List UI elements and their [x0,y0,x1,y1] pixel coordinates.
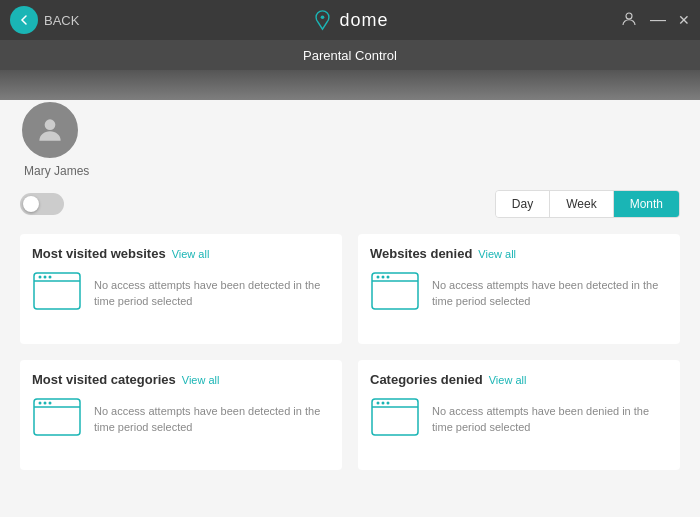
sections-grid: Most visited websites View all No access… [20,234,680,470]
categories-denied-section: Categories denied View all No access att… [358,360,680,470]
section-content: No access attempts have been detected in… [32,271,330,315]
svg-rect-8 [372,273,418,309]
profile-section: Mary James [20,120,680,178]
section-title: Websites denied [370,246,472,261]
section-content: No access attempts have been denied in t… [370,397,668,441]
profile-name: Mary James [24,164,89,178]
window-controls: — ✕ [620,10,690,31]
logo: dome [311,9,388,31]
view-all-categories[interactable]: View all [182,374,220,386]
svg-point-7 [49,276,52,279]
toggle-track [20,193,64,215]
svg-point-20 [377,402,380,405]
back-label: BACK [44,13,79,28]
avatar [20,100,80,160]
svg-point-5 [39,276,42,279]
toggle-wrapper[interactable] [20,193,64,215]
no-access-text: No access attempts have been detected in… [94,403,330,436]
no-access-text: No access attempts have been denied in t… [432,403,668,436]
section-content: No access attempts have been detected in… [370,271,668,315]
svg-point-16 [44,402,47,405]
svg-point-6 [44,276,47,279]
day-button[interactable]: Day [496,191,550,217]
back-button[interactable] [10,6,38,34]
browser-icon [32,397,82,441]
user-icon[interactable] [620,10,638,31]
svg-rect-3 [34,273,80,309]
svg-rect-18 [372,399,418,435]
svg-point-12 [387,276,390,279]
page-title: Parental Control [303,48,397,63]
title-bar: BACK dome — ✕ [0,0,700,40]
month-button[interactable]: Month [614,191,679,217]
browser-icon [370,397,420,441]
section-header: Most visited websites View all [32,246,330,261]
svg-point-22 [387,402,390,405]
banner [0,70,700,120]
time-period-buttons: Day Week Month [495,190,680,218]
view-all-categories-denied[interactable]: View all [489,374,527,386]
websites-denied-section: Websites denied View all No access attem… [358,234,680,344]
browser-icon [32,271,82,315]
svg-point-21 [382,402,385,405]
svg-point-2 [45,119,56,130]
section-title: Most visited websites [32,246,166,261]
svg-point-0 [321,15,325,19]
section-header: Categories denied View all [370,372,668,387]
week-button[interactable]: Week [550,191,613,217]
view-all-websites[interactable]: View all [172,248,210,260]
svg-point-15 [39,402,42,405]
section-title: Most visited categories [32,372,176,387]
content: Mary James Day Week Month Most visited w… [0,120,700,470]
most-visited-websites-section: Most visited websites View all No access… [20,234,342,344]
view-all-denied[interactable]: View all [478,248,516,260]
most-visited-categories-section: Most visited categories View all No acce… [20,360,342,470]
section-content: No access attempts have been detected in… [32,397,330,441]
section-title: Categories denied [370,372,483,387]
no-access-text: No access attempts have been detected in… [432,277,668,310]
close-button[interactable]: ✕ [678,12,690,28]
section-header: Websites denied View all [370,246,668,261]
sub-header: Parental Control [0,40,700,70]
logo-text: dome [339,10,388,31]
svg-point-1 [626,13,632,19]
svg-point-17 [49,402,52,405]
svg-rect-13 [34,399,80,435]
no-access-text: No access attempts have been detected in… [94,277,330,310]
toggle-thumb [23,196,39,212]
toggle-switch[interactable] [20,193,64,215]
svg-point-11 [382,276,385,279]
controls-row: Day Week Month [20,190,680,218]
minimize-button[interactable]: — [650,12,666,28]
section-header: Most visited categories View all [32,372,330,387]
svg-point-10 [377,276,380,279]
browser-icon [370,271,420,315]
